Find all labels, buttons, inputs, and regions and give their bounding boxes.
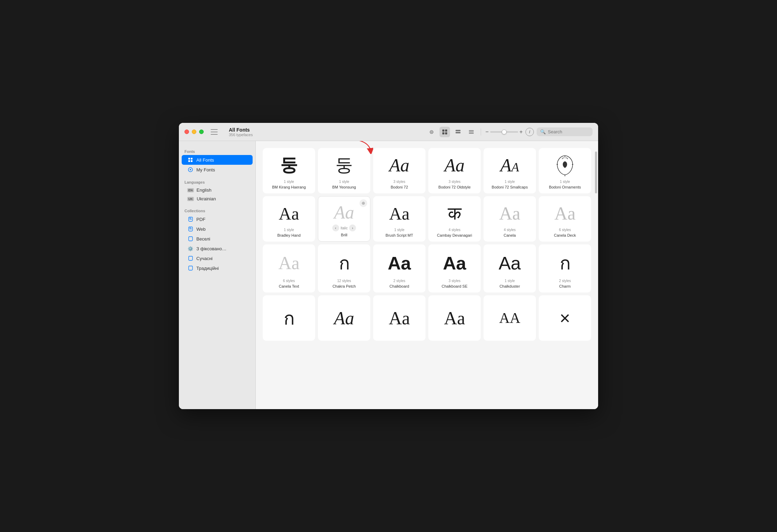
- minimize-button[interactable]: [192, 130, 196, 134]
- sidebar-item-all-fonts[interactable]: All Fonts: [182, 155, 253, 165]
- view-strip-button[interactable]: [453, 127, 463, 137]
- sidebar-item-web[interactable]: Web: [182, 224, 253, 234]
- close-button[interactable]: [184, 130, 189, 134]
- font-card-brill[interactable]: ⊕ Aa ‹ Italic › Brill: [318, 196, 370, 242]
- font-card-canela-deck[interactable]: Aa 6 styles Canela Deck: [539, 196, 591, 242]
- font-name: Chalkboard SE: [442, 284, 467, 288]
- font-preview: Aa: [267, 249, 311, 278]
- zoom-minus[interactable]: −: [485, 129, 488, 135]
- sidebar-item-tradytsiyni[interactable]: Традиційні: [182, 263, 253, 273]
- search-box: 🔍: [537, 127, 593, 136]
- zoom-slider[interactable]: [490, 131, 518, 133]
- sidebar-toggle-button[interactable]: [211, 129, 218, 135]
- font-card-row4-1[interactable]: ก: [263, 295, 315, 341]
- info-button[interactable]: i: [525, 128, 534, 136]
- languages-section-label: Languages: [179, 177, 255, 186]
- font-card-bradley-hand[interactable]: Aa 1 style Bradley Hand: [263, 196, 315, 242]
- font-name: Brush Script MT: [386, 233, 413, 237]
- font-styles-count: 1 style: [284, 180, 294, 184]
- all-fonts-label: All Fonts: [196, 157, 214, 163]
- font-card-bodoni72-smallcaps[interactable]: Aa 1 style Bodoni 72 Smallcaps: [484, 148, 536, 193]
- font-card-brush-script[interactable]: Aa 1 style Brush Script MT: [373, 196, 426, 242]
- font-card-row4-3[interactable]: Aa: [373, 295, 426, 341]
- font-card-row4-6[interactable]: ×: [539, 295, 591, 341]
- scrollbar[interactable]: [595, 141, 597, 409]
- view-grid-button[interactable]: [440, 127, 450, 137]
- font-card-bodoni72[interactable]: Aa 3 styles Bodoni 72: [373, 148, 426, 193]
- font-card-bm-yeonsung[interactable]: 둥 1 style BM Yeonsung: [318, 148, 370, 193]
- sidebar-item-ukrainian[interactable]: UK Ukrainian: [182, 194, 253, 203]
- font-name: Bodoni 72: [391, 185, 408, 189]
- view-list-button[interactable]: [466, 127, 477, 137]
- prev-style-button[interactable]: ‹: [332, 224, 339, 231]
- font-preview: [543, 152, 587, 178]
- font-preview: Aa: [377, 200, 421, 227]
- font-preview: Aa: [267, 200, 311, 227]
- font-preview: AA: [488, 300, 532, 337]
- font-styles-count: 2 styles: [393, 279, 405, 283]
- font-styles-count: 3 styles: [449, 180, 460, 184]
- font-card-bodoni-ornaments[interactable]: 1 style Bodoni Ornaments: [539, 148, 591, 193]
- font-preview: 둥: [267, 152, 311, 178]
- font-card-cambay-devanagari[interactable]: क 4 styles Cambay Devanagari: [428, 196, 481, 242]
- svg-rect-7: [469, 132, 474, 132]
- font-card-chakra-petch[interactable]: ก 12 styles Chakra Petch: [318, 244, 370, 293]
- font-card-bm-kirang[interactable]: 둥 1 style BM Kirang Haerang: [263, 148, 315, 193]
- sidebar-item-english[interactable]: EN English: [182, 186, 253, 194]
- collections-section-label: Collections: [179, 206, 255, 214]
- font-card-canela[interactable]: Aa 4 styles Canela: [484, 196, 536, 242]
- svg-rect-21: [189, 237, 193, 241]
- font-preview: Aa: [488, 249, 532, 278]
- ukrainian-badge: UK: [187, 197, 194, 201]
- font-name: BM Kirang Haerang: [272, 185, 306, 189]
- fonts-section-label: Fonts: [179, 147, 255, 155]
- font-card-nav: ‹ Italic ›: [332, 224, 356, 231]
- font-preview: Aa: [377, 249, 421, 278]
- font-card-chalkduster[interactable]: Aa 1 style Chalkduster: [484, 244, 536, 293]
- font-name: Canela Deck: [554, 233, 576, 237]
- search-input[interactable]: [548, 129, 589, 134]
- pdf-label: PDF: [196, 217, 205, 222]
- font-preview: Aa: [322, 300, 366, 337]
- fullscreen-button[interactable]: [199, 130, 204, 134]
- font-name: Canela Text: [279, 284, 299, 288]
- svg-rect-6: [469, 130, 474, 131]
- font-card-bodoni72-oldstyle[interactable]: Aa 3 styles Bodoni 72 Oldstyle: [428, 148, 481, 193]
- sidebar: Fonts All Fonts: [179, 141, 256, 409]
- font-name: Brill: [341, 233, 347, 237]
- sidebar-item-veseli[interactable]: Веселі: [182, 234, 253, 244]
- font-preview: Aa: [488, 200, 532, 227]
- toolbar-divider: [481, 128, 481, 135]
- titlebar-main: All Fonts 356 typefaces ⊜: [222, 127, 593, 137]
- traffic-lights: [184, 130, 204, 134]
- main-content: Fonts All Fonts: [179, 141, 598, 409]
- svg-rect-2: [442, 132, 444, 134]
- svg-rect-0: [442, 130, 444, 132]
- sidebar-item-fixed[interactable]: ⚙️ З фіксовано…: [182, 244, 253, 253]
- next-style-button[interactable]: ›: [349, 224, 356, 231]
- pdf-icon: [187, 216, 194, 222]
- view-bubble-button[interactable]: ⊜: [426, 127, 437, 137]
- sidebar-item-pdf[interactable]: PDF: [182, 214, 253, 224]
- font-preview: Aa: [488, 152, 532, 178]
- font-card-row4-5[interactable]: AA: [484, 295, 536, 341]
- font-card-charm[interactable]: ก 2 styles Charm: [539, 244, 591, 293]
- zoom-plus[interactable]: +: [520, 129, 523, 135]
- font-name: Chalkboard: [390, 284, 409, 288]
- scrollbar-thumb[interactable]: [595, 152, 597, 193]
- sidebar-item-suchasni[interactable]: Сучасні: [182, 253, 253, 263]
- font-card-chalkboard-se[interactable]: Aa 3 styles Chalkboard SE: [428, 244, 481, 293]
- font-card-row4-4[interactable]: Aa: [428, 295, 481, 341]
- sidebar-item-my-fonts[interactable]: My Fonts: [182, 165, 253, 175]
- download-button[interactable]: ⊕: [360, 199, 367, 207]
- font-card-canela-text[interactable]: Aa 6 styles Canela Text: [263, 244, 315, 293]
- font-styles-count: 1 style: [505, 279, 515, 283]
- font-card-row4-2[interactable]: Aa: [318, 295, 370, 341]
- font-card-chalkboard[interactable]: Aa 2 styles Chalkboard: [373, 244, 426, 293]
- veseli-icon: [187, 236, 194, 242]
- svg-rect-8: [469, 133, 474, 134]
- font-styles-count: 1 style: [560, 180, 570, 184]
- toolbar-controls: ⊜: [426, 127, 593, 137]
- font-name: Bradley Hand: [277, 233, 301, 237]
- all-fonts-icon: [187, 157, 194, 163]
